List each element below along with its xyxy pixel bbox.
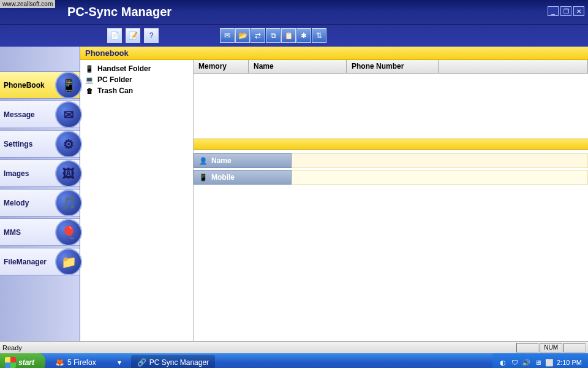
taskbar: start 🦊 5 Firefox ▾ 🔗 PC Sync Manager ◐ … <box>0 353 588 368</box>
tray-icon-2[interactable]: 🛡 <box>510 358 519 367</box>
mail-icon[interactable]: ✉ <box>220 28 235 43</box>
nav-label: PhoneBook <box>4 81 45 90</box>
phone-icon: 📱 <box>55 72 82 99</box>
handset-icon: 📱 <box>85 64 94 73</box>
windows-logo-icon <box>5 357 16 368</box>
nav-message[interactable]: Message ✉ <box>0 101 80 128</box>
firefox-icon: 🦊 <box>55 358 64 367</box>
col-spacer <box>439 60 588 73</box>
music-icon: 🎵 <box>55 190 82 217</box>
watermark-label: www.zeallsoft.com <box>0 0 55 8</box>
web-icon[interactable]: ✱ <box>296 28 311 43</box>
nav-label: Images <box>4 169 29 178</box>
tree-trash-can[interactable]: 🗑 Trash Can <box>85 85 188 96</box>
status-ready: Ready <box>2 344 22 351</box>
start-button[interactable]: start <box>0 353 45 368</box>
status-empty2 <box>564 343 586 353</box>
nav-label: MMS <box>4 228 21 237</box>
clock[interactable]: 2:10 PM <box>557 359 582 366</box>
tree-label: PC Folder <box>97 75 132 84</box>
folder-tree: 📱 Handset Folder 💻 PC Folder 🗑 Trash Can <box>80 60 194 341</box>
maximize-button[interactable]: ❐ <box>560 6 571 16</box>
status-num: NUM <box>540 343 562 353</box>
tree-pc-folder[interactable]: 💻 PC Folder <box>85 74 188 85</box>
minimize-button[interactable]: _ <box>548 6 559 16</box>
detail-mobile-value[interactable] <box>292 170 588 185</box>
paste-icon[interactable]: 📋 <box>281 28 296 43</box>
envelope-icon: ✉ <box>55 101 82 128</box>
open-icon[interactable]: 📂 <box>235 28 250 43</box>
toolbar: 📄 📝 ? ✉ 📂 ⇄ ⧉ 📋 ✱ ⇅ <box>0 25 588 47</box>
sidebar: PhoneBook 📱 Message ✉ Settings ⚙ Images … <box>0 47 80 341</box>
nav-label: Settings <box>4 140 32 148</box>
balloon-icon: 🎈 <box>55 219 82 246</box>
detail-name-label: 👤 Name <box>194 153 292 168</box>
image-icon: 🖼 <box>55 160 82 187</box>
copy-icon[interactable]: ⧉ <box>266 28 281 43</box>
grid-body[interactable] <box>194 74 588 139</box>
section-title: Phonebook <box>80 47 588 60</box>
grid-header: Memory Name Phone Number <box>194 60 588 74</box>
status-empty1 <box>516 343 538 353</box>
nav-images[interactable]: Images 🖼 <box>0 159 80 187</box>
swap-icon[interactable]: ⇄ <box>251 28 265 43</box>
nav-filemanager[interactable]: FileManager 📁 <box>0 248 80 275</box>
nav-label: FileManager <box>4 258 47 266</box>
tray-icon-4[interactable]: 🖥 <box>533 358 542 367</box>
status-bar: Ready NUM <box>0 341 588 353</box>
sort-icon[interactable]: ⇅ <box>312 28 326 43</box>
detail-panel: 👤 Name 📱 Mobile <box>194 150 588 341</box>
tree-label: Handset Folder <box>97 64 151 73</box>
edit-icon[interactable]: 📝 <box>126 28 140 43</box>
task-firefox[interactable]: 🦊 5 Firefox ▾ <box>49 355 127 368</box>
col-memory[interactable]: Memory <box>194 60 249 73</box>
tree-handset-folder[interactable]: 📱 Handset Folder <box>85 63 188 74</box>
person-icon: 👤 <box>199 157 208 165</box>
nav-melody[interactable]: Melody 🎵 <box>0 189 80 217</box>
help-icon[interactable]: ? <box>144 28 159 43</box>
detail-mobile-label: 📱 Mobile <box>194 170 292 185</box>
detail-header <box>194 139 588 150</box>
nav-settings[interactable]: Settings ⚙ <box>0 130 80 158</box>
nav-phonebook[interactable]: PhoneBook 📱 <box>0 71 80 99</box>
nav-label: Message <box>4 110 35 119</box>
detail-name-value[interactable] <box>292 153 588 168</box>
pc-icon: 💻 <box>85 75 94 84</box>
folder-icon: 📁 <box>55 248 82 275</box>
app-title: PC-Sync Manager <box>67 5 172 19</box>
system-tray[interactable]: ◐ 🛡 🔊 🖥 ⬜ 2:10 PM <box>492 353 588 368</box>
tray-icon-3[interactable]: 🔊 <box>522 358 530 367</box>
tray-icon-5[interactable]: ⬜ <box>545 358 554 367</box>
nav-label: Melody <box>4 199 29 207</box>
title-bar: www.zeallsoft.com PC-Sync Manager _ ❐ ✕ <box>0 0 588 25</box>
task-pcsync[interactable]: 🔗 PC Sync Manager <box>131 355 215 368</box>
pcsync-icon: 🔗 <box>137 358 146 367</box>
doc-icon[interactable]: 📄 <box>107 28 122 43</box>
col-name[interactable]: Name <box>249 60 347 73</box>
nav-mms[interactable]: MMS 🎈 <box>0 218 80 246</box>
gear-icon: ⚙ <box>55 131 82 158</box>
chevron-down-icon: ▾ <box>118 358 121 367</box>
mobile-icon: 📱 <box>199 174 208 182</box>
close-button[interactable]: ✕ <box>573 6 584 16</box>
tree-label: Trash Can <box>97 86 133 95</box>
tray-icon-1[interactable]: ◐ <box>499 358 507 367</box>
col-phone[interactable]: Phone Number <box>347 60 439 73</box>
trash-icon: 🗑 <box>85 86 94 95</box>
